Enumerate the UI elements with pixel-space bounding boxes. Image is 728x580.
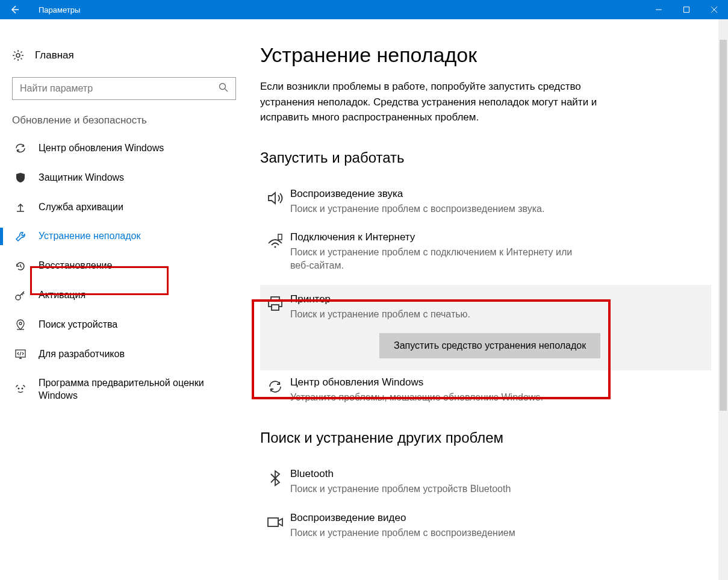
svg-rect-12 [272, 305, 279, 310]
close-button[interactable] [700, 0, 728, 19]
troubleshoot-desc: Поиск и устранение проблем с воспроизвед… [290, 526, 591, 540]
svg-point-1 [16, 54, 20, 57]
scrollbar[interactable] [718, 19, 728, 580]
troubleshoot-title: Воспроизведение звука [290, 188, 711, 200]
sidebar-item-recovery[interactable]: Восстановление [0, 251, 248, 281]
wrench-icon [14, 231, 26, 243]
troubleshoot-title: Bluetooth [290, 468, 711, 480]
sidebar-item-label: Поиск устройства [39, 319, 117, 331]
window-title: Параметры [29, 5, 80, 14]
location-icon [14, 319, 26, 331]
troubleshoot-title: Центр обновления Windows [290, 376, 711, 388]
bluetooth-icon [260, 468, 290, 496]
minimize-button[interactable] [645, 0, 673, 19]
wifi-icon [260, 231, 290, 273]
sidebar-item-label: Устранение неполадок [39, 230, 140, 243]
sidebar-item-label: Служба архивации [39, 201, 123, 214]
troubleshoot-item-bluetooth[interactable]: Bluetooth Поиск и устранение проблем уст… [260, 463, 711, 507]
search-box[interactable] [12, 77, 236, 100]
page-description: Если возникли проблемы в работе, попробу… [260, 79, 597, 125]
troubleshoot-title: Воспроизведение видео [290, 512, 711, 524]
search-icon [219, 83, 228, 95]
sidebar-item-find-device[interactable]: Поиск устройства [0, 310, 248, 340]
sidebar-item-label: Центр обновления Windows [39, 142, 164, 155]
svg-point-2 [220, 84, 226, 90]
sidebar-item-label: Для разработчиков [39, 348, 125, 361]
section-run-heading: Запустить и работать [260, 149, 711, 166]
sidebar-item-developers[interactable]: Для разработчиков [0, 340, 248, 369]
troubleshoot-desc: Поиск и устранение проблем с подключение… [290, 246, 591, 273]
sync-icon [260, 376, 290, 404]
sidebar-item-label: Восстановление [39, 260, 112, 272]
sidebar-item-label: Программа предварительной оценки Windows [39, 377, 219, 402]
key-icon [14, 289, 26, 301]
sidebar-item-activation[interactable]: Активация [0, 281, 248, 310]
troubleshoot-desc: Устраните проблемы, мешающие обновлению … [290, 391, 591, 404]
troubleshoot-desc: Поиск и устранение проблем с печатью. [290, 308, 591, 321]
home-label: Главная [35, 49, 74, 61]
code-icon [14, 348, 26, 360]
speaker-icon [260, 188, 290, 216]
troubleshoot-item-video[interactable]: Воспроизведение видео Поиск и устранение… [260, 507, 711, 550]
back-button[interactable] [0, 0, 29, 19]
run-troubleshooter-button[interactable]: Запустить средство устранения неполадок [379, 333, 600, 358]
section-label: Обновление и безопасность [0, 114, 248, 134]
main-content: Устранение неполадок Если возникли пробл… [248, 19, 728, 580]
svg-point-3 [16, 295, 20, 300]
troubleshoot-desc: Поиск и устранение проблем устройств Blu… [290, 482, 591, 496]
svg-point-6 [18, 388, 20, 390]
svg-point-7 [22, 388, 23, 390]
sync-icon [14, 142, 26, 154]
svg-point-4 [19, 322, 22, 325]
svg-rect-9 [278, 234, 282, 240]
page-title: Устранение неполадок [260, 43, 711, 67]
svg-rect-0 [684, 7, 689, 13]
sidebar-item-backup[interactable]: Служба архивации [0, 193, 248, 222]
troubleshoot-title: Принтер [290, 293, 711, 305]
sidebar-item-label: Защитник Windows [39, 172, 124, 184]
home-button[interactable]: Главная [0, 43, 248, 67]
sidebar-item-label: Активация [39, 289, 86, 302]
search-input[interactable] [20, 83, 219, 94]
sidebar-item-troubleshoot[interactable]: Устранение неполадок [0, 222, 248, 251]
sidebar-item-insider[interactable]: Программа предварительной оценки Windows [0, 369, 248, 411]
svg-rect-13 [268, 518, 278, 526]
troubleshoot-item-audio[interactable]: Воспроизведение звука Поиск и устранение… [260, 183, 711, 226]
section-other-heading: Поиск и устранение других проблем [260, 429, 711, 446]
insider-icon [14, 384, 26, 396]
scrollbar-thumb[interactable] [720, 40, 727, 411]
titlebar: Параметры [0, 0, 728, 19]
sidebar-item-defender[interactable]: Защитник Windows [0, 163, 248, 193]
troubleshoot-desc: Поиск и устранение проблем с воспроизвед… [290, 202, 591, 216]
printer-icon [260, 293, 290, 358]
troubleshoot-item-update[interactable]: Центр обновления Windows Устраните пробл… [260, 372, 711, 415]
video-icon [260, 512, 290, 540]
troubleshoot-item-printer[interactable]: Принтер Поиск и устранение проблем с печ… [260, 285, 711, 370]
sidebar: Главная Обновление и безопасность Центр … [0, 19, 248, 580]
shield-icon [14, 172, 26, 184]
gear-icon [12, 49, 24, 61]
troubleshoot-item-internet[interactable]: Подключения к Интернету Поиск и устранен… [260, 226, 711, 284]
sidebar-item-windows-update[interactable]: Центр обновления Windows [0, 134, 248, 163]
maximize-button[interactable] [673, 0, 700, 19]
troubleshoot-title: Подключения к Интернету [290, 231, 711, 243]
svg-point-8 [275, 246, 276, 248]
history-icon [14, 260, 26, 272]
backup-icon [14, 201, 26, 213]
